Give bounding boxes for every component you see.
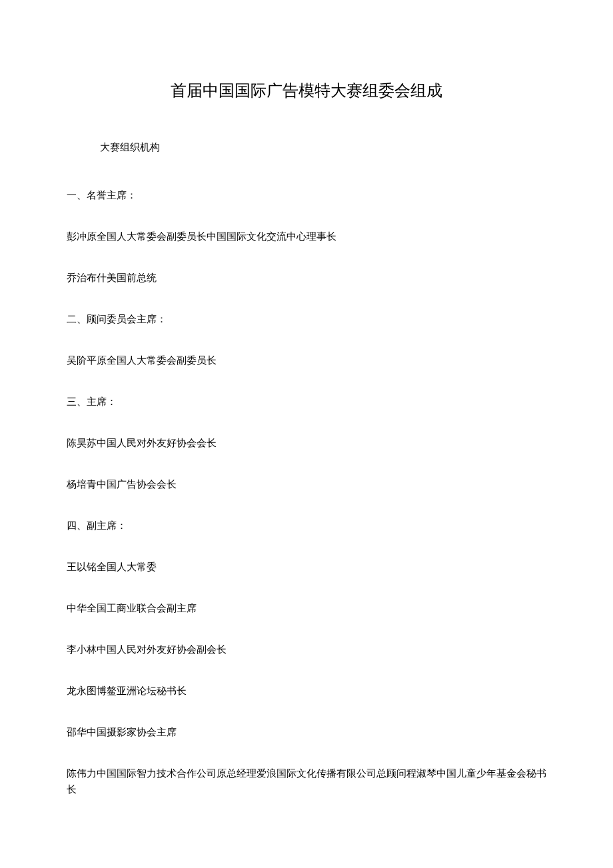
paragraph: 三、主席： (67, 394, 546, 410)
paragraph: 李小林中国人民对外友好协会副会长 (67, 642, 546, 657)
paragraph: 中华全国工商业联合会副主席 (67, 600, 546, 616)
paragraph: 四、副主席： (67, 518, 546, 534)
paragraph: 杨培青中国广告协会会长 (67, 476, 546, 492)
paragraph: 一、名誉主席： (67, 187, 546, 203)
paragraph: 乔治布什美国前总统 (67, 270, 546, 286)
paragraph: 陈伟力中国国际智力技术合作公司原总经理爱浪国际文化传播有限公司总顾问程淑琴中国儿… (67, 765, 546, 797)
document-subtitle: 大赛组织机构 (100, 141, 546, 154)
paragraph: 彭冲原全国人大常委会副委员长中国国际文化交流中心理事长 (67, 228, 546, 244)
document-title: 首届中国国际广告模特大赛组委会组成 (67, 80, 546, 101)
paragraph: 王以铭全国人大常委 (67, 559, 546, 575)
paragraph: 吴阶平原全国人大常委会副委员长 (67, 352, 546, 368)
paragraph: 陈昊苏中国人民对外友好协会会长 (67, 435, 546, 451)
paragraph: 二、顾问委员会主席： (67, 311, 546, 327)
paragraph: 龙永图博鳌亚洲论坛秘书长 (67, 683, 546, 699)
paragraph: 邵华中国摄影家协会主席 (67, 724, 546, 740)
